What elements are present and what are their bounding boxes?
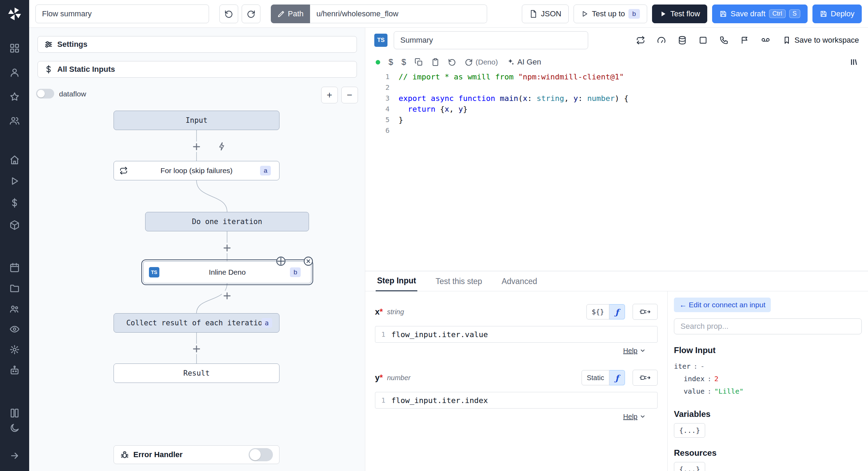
sliders-icon xyxy=(44,40,53,49)
lang-status-dot xyxy=(376,60,380,65)
chevron-down-icon[interactable] xyxy=(640,348,646,354)
flow-summary-input[interactable] xyxy=(35,5,209,23)
error-handler-toggle[interactable] xyxy=(249,448,273,461)
topbar: Path JSON Test up to b Test flow Save dr… xyxy=(29,0,868,28)
variables-dollar-icon[interactable] xyxy=(8,196,22,210)
dark-mode-moon-icon[interactable] xyxy=(8,421,22,435)
javascript-fx-button[interactable]: ƒ xyxy=(609,370,625,385)
star-icon[interactable] xyxy=(8,90,22,104)
flow-settings-button[interactable]: Settings xyxy=(37,36,357,53)
grid-icon[interactable] xyxy=(8,41,22,55)
test-flow-button[interactable]: Test flow xyxy=(652,5,708,23)
phone-icon[interactable] xyxy=(717,33,731,48)
dollar-icon[interactable]: $ xyxy=(389,57,393,67)
help-link[interactable]: Help xyxy=(623,413,637,421)
dataflow-toggle[interactable] xyxy=(36,89,54,99)
windmill-logo[interactable] xyxy=(6,6,23,22)
audit-eye-icon[interactable] xyxy=(8,322,22,336)
insert-step-plus-icon[interactable] xyxy=(222,243,232,253)
expand-sidebar-arrow-icon[interactable] xyxy=(8,449,22,463)
voicemail-icon[interactable] xyxy=(758,33,773,48)
redo-button[interactable] xyxy=(242,5,260,23)
runs-play-icon[interactable] xyxy=(8,174,22,188)
undo-button[interactable] xyxy=(219,5,238,23)
database-icon[interactable] xyxy=(675,33,690,48)
expr-mode-button[interactable]: ${} xyxy=(586,304,609,319)
save-to-workspace-button[interactable]: Save to workspace xyxy=(783,36,859,45)
all-static-inputs-button[interactable]: All Static Inputs xyxy=(37,61,357,78)
field-y-header: y * number Static ƒ xyxy=(375,370,658,386)
docs-columns-icon[interactable] xyxy=(8,406,22,420)
static-mode-button[interactable]: Static xyxy=(582,370,609,385)
workers-robot-icon[interactable] xyxy=(8,363,22,377)
flow-node-input[interactable]: Input xyxy=(114,111,279,130)
edit-or-connect-pill[interactable]: ← Edit or connect an input xyxy=(674,298,771,312)
clipboard-icon[interactable] xyxy=(431,58,440,66)
insert-step-plus-icon[interactable] xyxy=(222,291,232,301)
square-icon[interactable] xyxy=(696,33,710,48)
dollar-icon[interactable]: $ xyxy=(401,57,406,67)
tree-row-index[interactable]: index:2 xyxy=(674,372,862,385)
test-up-to-button[interactable]: Test up to b xyxy=(574,5,647,23)
connect-input-plug-button[interactable] xyxy=(633,304,658,320)
error-handler-label: Error Handler xyxy=(133,450,183,459)
plug-arrow-icon xyxy=(639,374,651,382)
y-expression-input[interactable]: 1 flow_input.iter.index xyxy=(375,392,658,409)
save-draft-button[interactable]: Save draft Ctrl S xyxy=(712,5,807,23)
flow-node-result[interactable]: Result xyxy=(114,363,279,383)
zoom-in-button[interactable]: + xyxy=(321,87,338,103)
user-icon[interactable] xyxy=(8,66,22,79)
path-group: Path xyxy=(271,5,487,23)
play-icon xyxy=(659,10,667,18)
flow-node-iteration[interactable]: Do one iteration xyxy=(145,212,309,231)
node-label: Do one iteration xyxy=(192,217,262,226)
x-expression-input[interactable]: 1 flow_input.iter.value xyxy=(375,326,658,343)
y-input-mode-group: Static ƒ xyxy=(582,370,625,385)
users-icon[interactable] xyxy=(8,114,22,128)
help-link[interactable]: Help xyxy=(623,347,637,355)
insert-step-plus-icon[interactable] xyxy=(191,142,202,152)
flow-input-heading: Flow Input xyxy=(674,345,862,355)
connect-input-plug-button[interactable] xyxy=(633,370,658,386)
deploy-button[interactable]: Deploy xyxy=(812,5,862,23)
code-line: 5} xyxy=(365,114,868,125)
x-help-row: Help xyxy=(375,345,658,356)
delete-node-x-icon[interactable] xyxy=(303,256,314,267)
json-button[interactable]: JSON xyxy=(522,5,569,23)
resources-expand-button[interactable]: {...} xyxy=(674,462,705,471)
folders-icon[interactable] xyxy=(8,281,22,295)
flow-node-forloop[interactable]: For loop (skip failures) a xyxy=(114,161,279,180)
flow-node-collect[interactable]: Collect result of each iteration a xyxy=(114,313,279,333)
node-badge: b xyxy=(290,267,301,277)
resources-box-icon[interactable] xyxy=(8,218,22,232)
insert-step-plus-icon[interactable] xyxy=(191,344,202,354)
groups-icon[interactable] xyxy=(8,302,22,316)
tab-test-this-step[interactable]: Test this step xyxy=(434,277,483,291)
flag-icon[interactable] xyxy=(737,33,752,48)
reload-deno-button[interactable]: (Deno) xyxy=(465,58,498,66)
move-node-crosshair-icon[interactable] xyxy=(275,256,286,267)
tab-step-input[interactable]: Step Input xyxy=(376,276,417,291)
gauge-icon[interactable] xyxy=(654,33,669,48)
home-icon[interactable] xyxy=(8,153,22,167)
summary-input[interactable] xyxy=(394,31,588,49)
ai-gen-button[interactable]: AI Gen xyxy=(506,58,541,67)
path-input[interactable] xyxy=(310,5,487,23)
library-icon[interactable] xyxy=(849,58,858,66)
copy-icon[interactable] xyxy=(415,58,423,66)
javascript-fx-button[interactable]: ƒ xyxy=(609,304,625,319)
trigger-bolt-icon[interactable] xyxy=(217,141,227,152)
tab-advanced[interactable]: Advanced xyxy=(500,277,539,291)
bug-icon xyxy=(120,450,129,459)
repeat-icon[interactable] xyxy=(633,33,648,48)
schedules-calendar-icon[interactable] xyxy=(8,261,22,275)
tree-row-iter[interactable]: iter:- xyxy=(674,360,862,372)
code-editor[interactable]: 1// import * as wmill from "npm:windmill… xyxy=(365,71,868,271)
reset-undo-icon[interactable] xyxy=(448,58,456,66)
settings-gear-icon[interactable] xyxy=(8,343,22,357)
variables-expand-button[interactable]: {...} xyxy=(674,423,705,438)
zoom-out-button[interactable]: − xyxy=(341,87,358,103)
chevron-down-icon[interactable] xyxy=(640,413,646,420)
search-prop-input[interactable] xyxy=(674,318,862,334)
tree-row-value[interactable]: value:"Lille" xyxy=(674,385,862,397)
